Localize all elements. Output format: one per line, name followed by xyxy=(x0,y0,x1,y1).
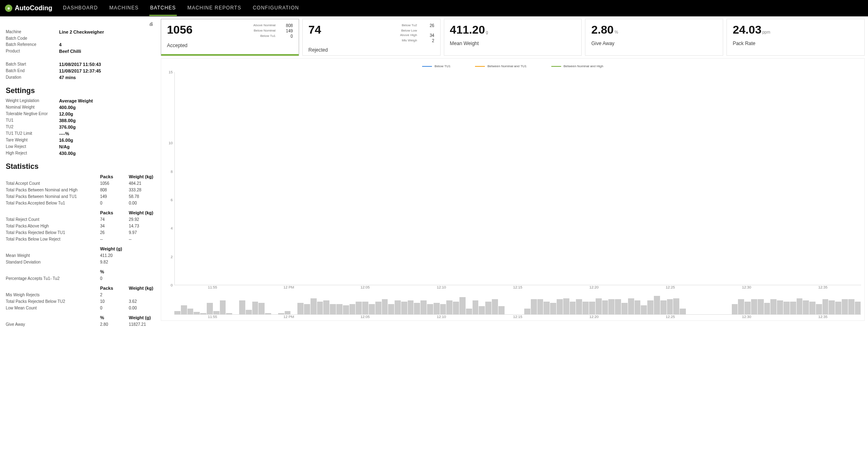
settings-label: Low Reject xyxy=(6,144,59,149)
kpi-sub-label: Below Low xyxy=(401,29,417,32)
val-duration: 47 mins xyxy=(59,75,76,80)
stats-row-label: Total Packs Rejected Below TU2 xyxy=(6,299,100,304)
lbl-duration: Duration xyxy=(6,75,59,80)
kpi-mean-weight[interactable]: 411.20g Mean Weight xyxy=(444,19,582,56)
stats-row-packs: 26 xyxy=(100,230,129,235)
stats-col-header: Weight (kg) xyxy=(129,174,158,179)
kpi-sub-label: Above High xyxy=(400,33,417,38)
kpi-packrate-value: 24.03 xyxy=(733,23,761,36)
val-product: Beef Chilli xyxy=(59,49,81,54)
settings-value: 16.00g xyxy=(59,138,73,143)
kpi-sub-label: Above Nominal xyxy=(254,23,276,28)
settings-label: Tare Weight xyxy=(6,138,59,143)
chart-y-axis: 024681015 xyxy=(164,72,174,285)
kpi-sub-label: Below Tu2 xyxy=(402,23,417,28)
kpi-sub-value: 2 xyxy=(425,39,434,43)
kpi-packrate[interactable]: 24.03ppm Pack Rate xyxy=(726,19,865,56)
nav-reports[interactable]: MACHINE REPORTS xyxy=(187,1,242,16)
kpi-sub-value: 26 xyxy=(425,23,434,28)
lbl-batch-code: Batch Code xyxy=(6,36,59,41)
stats-row-label: Give Away xyxy=(6,322,100,327)
kpi-packrate-unit: ppm xyxy=(762,30,770,34)
settings-label: TU1 TU2 Limit xyxy=(6,131,59,136)
stats-row-packs: -- xyxy=(100,237,129,241)
legend-swatch-green xyxy=(551,66,561,67)
print-icon[interactable]: 🖨 xyxy=(149,21,153,26)
statistics-heading: Statistics xyxy=(6,162,153,171)
stats-row-weight: 484.21 xyxy=(129,181,158,186)
stats-row-label: Total Packs Between Nominal and High xyxy=(6,188,100,192)
stats-row-packs: 74 xyxy=(100,217,129,222)
stats-row-label: Total Packs Above High xyxy=(6,224,100,228)
stats-col-header: Weight (g) xyxy=(100,246,158,251)
stats-row-label: Low Mean Count xyxy=(6,306,100,310)
kpi-rejected[interactable]: 74 Below Tu226Below LowAbove High34Mis W… xyxy=(302,19,441,56)
kpi-accepted[interactable]: 1056 Above Nominal808Below Nominal149Bel… xyxy=(161,19,299,56)
stats-row-packs: 2 xyxy=(100,293,129,297)
stats-row-packs: 0 xyxy=(100,306,129,310)
stats-row-label: Total Reject Count xyxy=(6,217,100,222)
stats-row-label: Mis Weigh Rejects xyxy=(6,293,100,297)
kpi-accepted-value: 1056 xyxy=(167,23,192,36)
val-end: 11/08/2017 12:37:45 xyxy=(59,68,101,73)
overview-plot-area[interactable] xyxy=(174,296,861,315)
legend-swatch-orange xyxy=(475,66,485,67)
nav-machines[interactable]: MACHINES xyxy=(109,1,139,16)
legend-below-tu1: Below TU1 xyxy=(434,64,450,68)
settings-label: Weight Legislation xyxy=(6,98,59,103)
kpi-sub-label: Mis Weigh xyxy=(402,39,417,43)
stats-row-weight: 11827.21 xyxy=(129,322,158,327)
kpi-giveaway-label: Give Away xyxy=(591,41,717,46)
stats-row-label: Mean Weight xyxy=(6,253,100,258)
stats-row-label: Total Packs Between Nominal and TU1 xyxy=(6,194,100,199)
kpi-giveaway[interactable]: 2.80% Give Away xyxy=(585,19,723,56)
stats-row-weight: 9.97 xyxy=(129,230,158,235)
settings-value: 12.00g xyxy=(59,111,73,116)
stats-row-packs: 2.80 xyxy=(100,322,129,327)
stats-col-header: % xyxy=(100,315,129,320)
kpi-mean-label: Mean Weight xyxy=(450,41,576,46)
val-start: 11/08/2017 11:50:43 xyxy=(59,62,101,67)
brand-logo: ● AutoCoding xyxy=(5,5,53,12)
settings-heading: Settings xyxy=(6,86,153,95)
nav-batches[interactable]: BATCHES xyxy=(149,1,177,16)
chart-x-axis: 11:5512 PM12:0512:1012:1512:2012:2512:30… xyxy=(174,285,861,289)
chart-plot-area[interactable] xyxy=(174,72,861,285)
settings-label: TU2 xyxy=(6,125,59,130)
stats-row-weight: 333.28 xyxy=(129,188,158,192)
stats-row-weight: -- xyxy=(129,237,158,241)
main-chart[interactable]: 024681015 xyxy=(164,72,861,285)
settings-value: 376.00g xyxy=(59,125,75,130)
stats-row-weight: 0.00 xyxy=(129,201,158,205)
brand-name: AutoCoding xyxy=(15,5,53,12)
settings-label: TU1 xyxy=(6,118,59,123)
stats-row-weight: 0.00 xyxy=(129,306,158,310)
stats-col-header: Packs xyxy=(100,286,129,291)
stats-col-header: Weight (g) xyxy=(129,315,158,320)
kpi-giveaway-value: 2.80 xyxy=(591,23,614,36)
sidebar: 🖨 MachineLine 2 Checkweigher Batch Code … xyxy=(0,16,159,336)
kpi-mean-value: 411.20 xyxy=(450,23,485,36)
stats-row-label: Percentage Accepts Tu1- Tu2 xyxy=(6,276,100,281)
stats-row-packs: 10 xyxy=(100,299,129,304)
settings-value: Average Weight xyxy=(59,98,93,103)
lbl-batch-ref: Batch Reference xyxy=(6,42,59,47)
stats-row-packs: 0 xyxy=(100,276,158,281)
stats-col-header: Weight (kg) xyxy=(129,286,158,291)
stats-row-weight: 58.78 xyxy=(129,194,158,199)
overview-chart[interactable]: 11:5512 PM12:0512:1012:1512:2012:2512:30… xyxy=(164,296,861,319)
kpi-mean-unit: g xyxy=(486,30,488,34)
nav-config[interactable]: CONFIGURATION xyxy=(252,1,300,16)
stats-row-weight: 9.82 xyxy=(100,260,158,264)
kpi-giveaway-unit: % xyxy=(614,30,618,34)
kpi-rejected-value: 74 xyxy=(308,23,321,36)
lbl-start: Batch Start xyxy=(6,62,59,67)
top-nav: DASHBOARD MACHINES BATCHES MACHINE REPOR… xyxy=(62,1,300,16)
stats-row-packs: 149 xyxy=(100,194,129,199)
val-batch-ref: 4 xyxy=(59,42,62,47)
lbl-product: Product xyxy=(6,49,59,54)
kpi-sub-value: 0 xyxy=(283,34,293,39)
nav-dashboard[interactable]: DASHBOARD xyxy=(62,1,99,16)
stats-row-packs: 34 xyxy=(100,224,129,228)
stats-row-label: Total Accept Count xyxy=(6,181,100,186)
